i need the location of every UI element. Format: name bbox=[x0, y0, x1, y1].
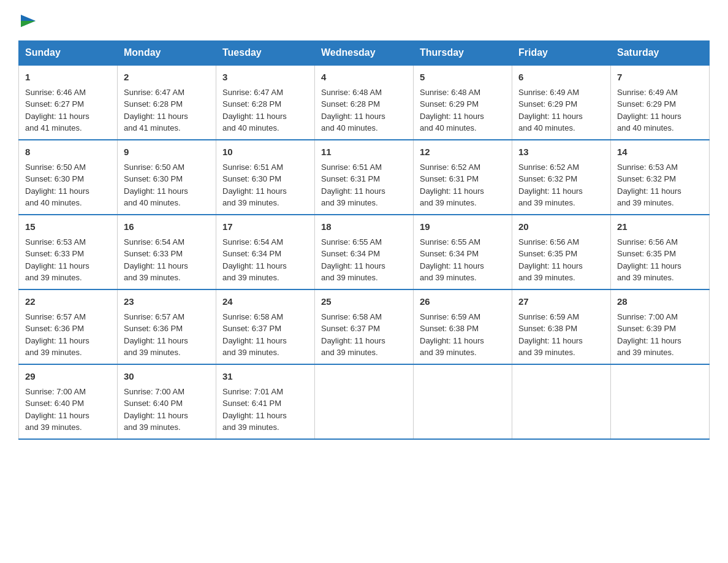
day-number: 22 bbox=[25, 295, 111, 308]
day-number: 12 bbox=[420, 145, 506, 159]
day-info: Sunrise: 6:56 AMSunset: 6:35 PMDaylight:… bbox=[617, 237, 681, 283]
day-info: Sunrise: 6:55 AMSunset: 6:34 PMDaylight:… bbox=[420, 237, 484, 283]
week-row-4: 22Sunrise: 6:57 AMSunset: 6:36 PMDayligh… bbox=[19, 289, 710, 364]
day-cell: 23Sunrise: 6:57 AMSunset: 6:36 PMDayligh… bbox=[118, 289, 216, 364]
day-number: 28 bbox=[617, 295, 703, 308]
day-number: 23 bbox=[124, 295, 210, 308]
day-info: Sunrise: 6:59 AMSunset: 6:38 PMDaylight:… bbox=[518, 312, 583, 358]
day-info: Sunrise: 6:49 AMSunset: 6:29 PMDaylight:… bbox=[518, 88, 583, 133]
day-info: Sunrise: 6:53 AMSunset: 6:33 PMDaylight:… bbox=[25, 237, 89, 283]
column-header-sunday: Sunday bbox=[19, 41, 118, 66]
day-number: 30 bbox=[124, 370, 210, 383]
day-number: 15 bbox=[25, 220, 111, 234]
day-cell: 2Sunrise: 6:47 AMSunset: 6:28 PMDaylight… bbox=[118, 65, 216, 140]
day-number: 8 bbox=[25, 145, 111, 159]
day-info: Sunrise: 6:55 AMSunset: 6:34 PMDaylight:… bbox=[321, 237, 385, 283]
day-number: 31 bbox=[222, 370, 308, 383]
day-info: Sunrise: 6:51 AMSunset: 6:30 PMDaylight:… bbox=[222, 163, 287, 208]
day-cell: 9Sunrise: 6:50 AMSunset: 6:30 PMDaylight… bbox=[118, 140, 216, 215]
day-cell: 8Sunrise: 6:50 AMSunset: 6:30 PMDaylight… bbox=[19, 140, 118, 215]
day-number: 3 bbox=[222, 71, 308, 84]
logo-flag-icon bbox=[18, 12, 38, 32]
day-info: Sunrise: 6:52 AMSunset: 6:32 PMDaylight:… bbox=[518, 163, 583, 208]
day-cell: 17Sunrise: 6:54 AMSunset: 6:34 PMDayligh… bbox=[216, 215, 315, 289]
day-number: 4 bbox=[321, 71, 407, 84]
calendar-table: SundayMondayTuesdayWednesdayThursdayFrid… bbox=[18, 40, 710, 440]
day-info: Sunrise: 6:48 AMSunset: 6:28 PMDaylight:… bbox=[321, 88, 385, 133]
day-cell bbox=[611, 364, 710, 439]
column-header-wednesday: Wednesday bbox=[315, 41, 414, 66]
day-cell: 30Sunrise: 7:00 AMSunset: 6:40 PMDayligh… bbox=[118, 364, 216, 439]
day-cell: 22Sunrise: 6:57 AMSunset: 6:36 PMDayligh… bbox=[19, 289, 118, 364]
day-info: Sunrise: 6:58 AMSunset: 6:37 PMDaylight:… bbox=[321, 312, 385, 358]
column-header-thursday: Thursday bbox=[414, 41, 512, 66]
day-info: Sunrise: 6:52 AMSunset: 6:31 PMDaylight:… bbox=[420, 163, 484, 208]
day-info: Sunrise: 7:00 AMSunset: 6:39 PMDaylight:… bbox=[617, 312, 681, 358]
column-header-tuesday: Tuesday bbox=[216, 41, 315, 66]
day-cell bbox=[512, 364, 611, 439]
day-cell: 4Sunrise: 6:48 AMSunset: 6:28 PMDaylight… bbox=[315, 65, 414, 140]
day-number: 10 bbox=[222, 145, 308, 159]
day-info: Sunrise: 6:56 AMSunset: 6:35 PMDaylight:… bbox=[518, 237, 583, 283]
day-number: 21 bbox=[617, 220, 703, 234]
day-number: 13 bbox=[518, 145, 604, 159]
day-info: Sunrise: 7:01 AMSunset: 6:41 PMDaylight:… bbox=[222, 387, 287, 432]
day-cell: 31Sunrise: 7:01 AMSunset: 6:41 PMDayligh… bbox=[216, 364, 315, 439]
day-cell: 20Sunrise: 6:56 AMSunset: 6:35 PMDayligh… bbox=[512, 215, 611, 289]
day-number: 18 bbox=[321, 220, 407, 234]
day-cell: 26Sunrise: 6:59 AMSunset: 6:38 PMDayligh… bbox=[414, 289, 512, 364]
day-info: Sunrise: 6:47 AMSunset: 6:28 PMDaylight:… bbox=[124, 88, 188, 133]
day-cell: 18Sunrise: 6:55 AMSunset: 6:34 PMDayligh… bbox=[315, 215, 414, 289]
column-header-friday: Friday bbox=[512, 41, 611, 66]
day-number: 6 bbox=[518, 71, 604, 84]
day-number: 2 bbox=[124, 71, 210, 84]
day-cell bbox=[414, 364, 512, 439]
day-info: Sunrise: 6:57 AMSunset: 6:36 PMDaylight:… bbox=[25, 312, 89, 358]
week-row-3: 15Sunrise: 6:53 AMSunset: 6:33 PMDayligh… bbox=[19, 215, 710, 289]
day-number: 5 bbox=[420, 71, 506, 84]
day-cell: 5Sunrise: 6:48 AMSunset: 6:29 PMDaylight… bbox=[414, 65, 512, 140]
day-number: 7 bbox=[617, 71, 703, 84]
day-number: 1 bbox=[25, 71, 111, 84]
day-info: Sunrise: 7:00 AMSunset: 6:40 PMDaylight:… bbox=[124, 387, 188, 432]
day-number: 17 bbox=[222, 220, 308, 234]
day-info: Sunrise: 6:59 AMSunset: 6:38 PMDaylight:… bbox=[420, 312, 484, 358]
day-number: 24 bbox=[222, 295, 308, 308]
day-cell: 14Sunrise: 6:53 AMSunset: 6:32 PMDayligh… bbox=[611, 140, 710, 215]
day-number: 25 bbox=[321, 295, 407, 308]
day-number: 16 bbox=[124, 220, 210, 234]
day-info: Sunrise: 6:51 AMSunset: 6:31 PMDaylight:… bbox=[321, 163, 385, 208]
day-cell: 25Sunrise: 6:58 AMSunset: 6:37 PMDayligh… bbox=[315, 289, 414, 364]
week-row-5: 29Sunrise: 7:00 AMSunset: 6:40 PMDayligh… bbox=[19, 364, 710, 439]
day-number: 29 bbox=[25, 370, 111, 383]
day-number: 11 bbox=[321, 145, 407, 159]
day-cell: 13Sunrise: 6:52 AMSunset: 6:32 PMDayligh… bbox=[512, 140, 611, 215]
day-cell: 7Sunrise: 6:49 AMSunset: 6:29 PMDaylight… bbox=[611, 65, 710, 140]
day-cell: 6Sunrise: 6:49 AMSunset: 6:29 PMDaylight… bbox=[512, 65, 611, 140]
day-info: Sunrise: 6:49 AMSunset: 6:29 PMDaylight:… bbox=[617, 88, 681, 133]
day-info: Sunrise: 6:50 AMSunset: 6:30 PMDaylight:… bbox=[25, 163, 89, 208]
day-info: Sunrise: 6:58 AMSunset: 6:37 PMDaylight:… bbox=[222, 312, 287, 358]
day-number: 9 bbox=[124, 145, 210, 159]
day-number: 19 bbox=[420, 220, 506, 234]
day-number: 20 bbox=[518, 220, 604, 234]
week-row-2: 8Sunrise: 6:50 AMSunset: 6:30 PMDaylight… bbox=[19, 140, 710, 215]
day-cell bbox=[315, 364, 414, 439]
day-info: Sunrise: 6:57 AMSunset: 6:36 PMDaylight:… bbox=[124, 312, 188, 358]
day-info: Sunrise: 6:54 AMSunset: 6:34 PMDaylight:… bbox=[222, 237, 287, 283]
day-info: Sunrise: 6:47 AMSunset: 6:28 PMDaylight:… bbox=[222, 88, 287, 133]
day-number: 27 bbox=[518, 295, 604, 308]
day-info: Sunrise: 6:50 AMSunset: 6:30 PMDaylight:… bbox=[124, 163, 188, 208]
column-header-saturday: Saturday bbox=[611, 41, 710, 66]
day-info: Sunrise: 7:00 AMSunset: 6:40 PMDaylight:… bbox=[25, 387, 89, 432]
day-info: Sunrise: 6:53 AMSunset: 6:32 PMDaylight:… bbox=[617, 163, 681, 208]
day-cell: 29Sunrise: 7:00 AMSunset: 6:40 PMDayligh… bbox=[19, 364, 118, 439]
day-cell: 19Sunrise: 6:55 AMSunset: 6:34 PMDayligh… bbox=[414, 215, 512, 289]
week-row-1: 1Sunrise: 6:46 AMSunset: 6:27 PMDaylight… bbox=[19, 65, 710, 140]
svg-marker-1 bbox=[21, 21, 36, 27]
day-cell: 21Sunrise: 6:56 AMSunset: 6:35 PMDayligh… bbox=[611, 215, 710, 289]
header-row: SundayMondayTuesdayWednesdayThursdayFrid… bbox=[19, 41, 710, 66]
day-cell: 24Sunrise: 6:58 AMSunset: 6:37 PMDayligh… bbox=[216, 289, 315, 364]
day-cell: 15Sunrise: 6:53 AMSunset: 6:33 PMDayligh… bbox=[19, 215, 118, 289]
day-number: 14 bbox=[617, 145, 703, 159]
